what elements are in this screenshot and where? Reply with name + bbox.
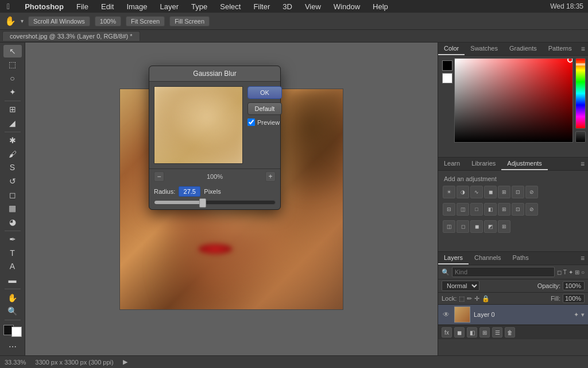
- layer-fx-button[interactable]: fx: [442, 327, 452, 338]
- alpha-slider[interactable]: [575, 131, 586, 143]
- healing-brush-tool[interactable]: ✱: [3, 134, 22, 147]
- blur-tool[interactable]: ◕: [3, 216, 22, 228]
- filter-icon-3[interactable]: ✦: [568, 269, 573, 275]
- history-brush-tool[interactable]: ↺: [3, 175, 22, 187]
- adj-brightness[interactable]: ☀: [443, 186, 455, 198]
- magic-wand-tool[interactable]: ✦: [3, 86, 22, 98]
- lasso-tool[interactable]: ○: [3, 72, 22, 85]
- menu-edit[interactable]: Edit: [99, 1, 116, 12]
- filter-icon-4[interactable]: ⊞: [575, 269, 579, 275]
- menu-type[interactable]: Type: [189, 1, 210, 12]
- menu-image[interactable]: Image: [124, 1, 149, 12]
- menu-view[interactable]: View: [303, 1, 323, 12]
- adj-bw[interactable]: ⊟: [443, 203, 455, 216]
- dialog-default-button[interactable]: Default: [247, 102, 282, 115]
- adj-panel-menu[interactable]: ≡: [577, 158, 588, 170]
- extra-tools[interactable]: ⋯: [3, 340, 22, 353]
- adj-selective-color[interactable]: ◫: [443, 220, 455, 233]
- layer-fx-icon[interactable]: ✦: [574, 311, 579, 319]
- lock-transparent-icon[interactable]: ⬚: [459, 295, 465, 302]
- layer-visibility-toggle[interactable]: 👁: [442, 310, 451, 319]
- clone-stamp-tool[interactable]: S: [3, 162, 22, 174]
- lock-position-icon[interactable]: ✛: [474, 295, 479, 302]
- adj-exposure[interactable]: ◼: [484, 186, 497, 198]
- text-tool[interactable]: T: [3, 247, 22, 259]
- background-swatch[interactable]: [442, 73, 452, 83]
- add-mask-button[interactable]: ◼: [454, 327, 465, 338]
- zoom-tool[interactable]: 🔍: [3, 305, 22, 317]
- fit-screen-button[interactable]: Fit Screen: [126, 16, 165, 26]
- menu-select[interactable]: Select: [218, 1, 243, 12]
- adj-invert[interactable]: ⊞: [498, 203, 510, 216]
- tab-gradients[interactable]: Gradients: [504, 43, 543, 55]
- adj-contrast[interactable]: ◑: [457, 186, 469, 198]
- eyedropper-tool[interactable]: ◢: [3, 117, 22, 129]
- adj-photo-filter[interactable]: ◫: [457, 203, 469, 216]
- lock-all-icon[interactable]: 🔒: [482, 295, 490, 302]
- tab-color[interactable]: Color: [438, 43, 465, 55]
- tab-swatches[interactable]: Swatches: [465, 43, 504, 55]
- adj-gradient-map[interactable]: ◻: [457, 220, 469, 233]
- shape-tool[interactable]: ▬: [3, 274, 22, 286]
- menu-file[interactable]: File: [74, 1, 91, 12]
- background-color[interactable]: [11, 327, 22, 337]
- adj-vibrance[interactable]: ⊞: [498, 186, 510, 198]
- radius-input[interactable]: [179, 186, 200, 197]
- color-swatches[interactable]: [3, 325, 22, 338]
- brush-tool[interactable]: 🖌: [3, 148, 22, 160]
- filter-icon-2[interactable]: T: [563, 269, 567, 275]
- tab-paths[interactable]: Paths: [507, 252, 535, 264]
- tab-libraries[interactable]: Libraries: [466, 158, 501, 170]
- panel-menu-icon[interactable]: ≡: [578, 43, 588, 55]
- opacity-input[interactable]: [563, 281, 585, 290]
- gradient-tool[interactable]: ▦: [3, 202, 22, 214]
- foreground-swatch[interactable]: [442, 60, 452, 71]
- adj-color-balance[interactable]: ⊘: [525, 186, 538, 198]
- menu-3d[interactable]: 3D: [280, 1, 295, 12]
- canvas-area[interactable]: Gaussian Blur OK Default Preview: [25, 43, 438, 355]
- new-layer-button[interactable]: ☰: [492, 327, 502, 338]
- blur-slider-thumb[interactable]: [199, 198, 206, 208]
- layers-panel-menu[interactable]: ≡: [577, 252, 588, 264]
- filter-icon-1[interactable]: ◻: [557, 269, 562, 275]
- adj-pattern-fill[interactable]: ⊞: [498, 220, 510, 233]
- lock-pixels-icon[interactable]: ✏: [467, 295, 472, 302]
- filter-icon-5[interactable]: ○: [581, 269, 585, 275]
- adj-channel-mixer[interactable]: □: [470, 203, 483, 216]
- menu-filter[interactable]: Filter: [251, 1, 272, 12]
- dialog-ok-button[interactable]: OK: [247, 86, 282, 99]
- menu-layer[interactable]: Layer: [158, 1, 181, 12]
- adj-posterize[interactable]: ⊡: [512, 203, 524, 216]
- menu-window[interactable]: Window: [331, 1, 362, 12]
- adj-threshold[interactable]: ⊘: [525, 203, 538, 216]
- preview-checkbox-input[interactable]: [247, 118, 255, 126]
- dialog-slider-row[interactable]: [149, 200, 280, 209]
- marquee-tool[interactable]: ⬚: [3, 59, 22, 71]
- delete-layer-button[interactable]: 🗑: [505, 327, 515, 338]
- scroll-all-windows-button[interactable]: Scroll All Windows: [28, 16, 90, 26]
- layer-arrow-icon[interactable]: ▾: [581, 311, 585, 319]
- layers-search-input[interactable]: [452, 267, 555, 277]
- nav-arrow[interactable]: ▶: [123, 358, 127, 366]
- tab-adjustments[interactable]: Adjustments: [501, 158, 548, 170]
- gaussian-blur-dialog[interactable]: Gaussian Blur OK Default Preview: [149, 66, 281, 210]
- zoom-percent-button[interactable]: 100%: [95, 16, 121, 26]
- tab-layers[interactable]: Layers: [438, 252, 469, 264]
- zoom-in-button[interactable]: +: [265, 171, 276, 182]
- path-select-tool[interactable]: A: [3, 260, 22, 273]
- hue-cursor[interactable]: [576, 63, 585, 66]
- adjustment-layer-button[interactable]: ◧: [467, 327, 477, 338]
- apple-icon[interactable]: : [5, 1, 12, 12]
- menu-help[interactable]: Help: [370, 1, 390, 12]
- move-tool[interactable]: ↖: [3, 45, 22, 57]
- crop-tool[interactable]: ⊞: [3, 103, 22, 116]
- color-gradient-picker[interactable]: [454, 58, 573, 143]
- menu-photoshop[interactable]: Photoshop: [22, 1, 66, 12]
- tab-patterns[interactable]: Patterns: [543, 43, 578, 55]
- pen-tool[interactable]: ✒: [3, 233, 22, 246]
- tab-learn[interactable]: Learn: [438, 158, 466, 170]
- layer-row[interactable]: 👁 Layer 0 ✦ ▾: [438, 305, 588, 325]
- zoom-out-button[interactable]: −: [154, 171, 164, 182]
- dialog-preview-checkbox[interactable]: Preview: [247, 118, 280, 126]
- fill-input[interactable]: [563, 294, 585, 303]
